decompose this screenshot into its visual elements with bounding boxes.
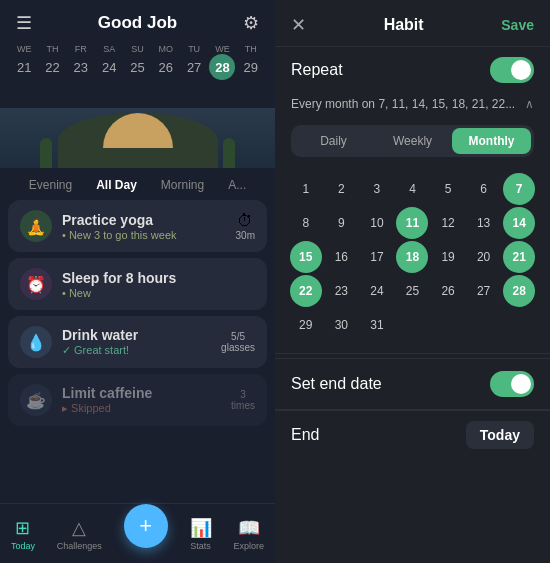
week-day-num: 24 bbox=[96, 54, 122, 80]
habit-item-water[interactable]: 💧 Drink water ✓ Great start! 5/5glasses bbox=[8, 316, 267, 368]
calendar-cell[interactable]: 4 bbox=[396, 173, 428, 205]
nav-explore[interactable]: 📖 Explore bbox=[234, 517, 265, 551]
landscape-illustration bbox=[0, 88, 275, 168]
settings-icon[interactable]: ⚙ bbox=[243, 12, 259, 34]
week-day[interactable]: SA 24 bbox=[95, 44, 123, 80]
calendar-cell-empty[interactable] bbox=[432, 309, 464, 341]
calendar-cell[interactable]: 2 bbox=[325, 173, 357, 205]
nav-explore-label: Explore bbox=[234, 541, 265, 551]
calendar-cell[interactable]: 14 bbox=[503, 207, 535, 239]
calendar-row: 293031 bbox=[289, 309, 536, 341]
calendar-cell[interactable]: 10 bbox=[361, 207, 393, 239]
calendar-row: 22232425262728 bbox=[289, 275, 536, 307]
tab-daily[interactable]: Daily bbox=[294, 128, 373, 154]
calendar-cell[interactable]: 8 bbox=[290, 207, 322, 239]
habit-icon-caffeine: ☕ bbox=[20, 384, 52, 416]
habit-icon-water: 💧 bbox=[20, 326, 52, 358]
nav-challenges[interactable]: △ Challenges bbox=[57, 517, 102, 551]
week-day[interactable]: WE 21 bbox=[10, 44, 38, 80]
nav-today-label: Today bbox=[11, 541, 35, 551]
menu-icon[interactable]: ☰ bbox=[16, 12, 32, 34]
right-header: ✕ Habit Save bbox=[275, 0, 550, 46]
week-day[interactable]: SU 25 bbox=[123, 44, 151, 80]
filter-evening[interactable]: Evening bbox=[23, 176, 78, 194]
chevron-up-icon: ∧ bbox=[525, 97, 534, 111]
calendar-cell[interactable]: 18 bbox=[396, 241, 428, 273]
week-day-label: TH bbox=[245, 44, 257, 54]
calendar-cell[interactable]: 12 bbox=[432, 207, 464, 239]
calendar-cell[interactable]: 29 bbox=[290, 309, 322, 341]
week-day-num: 28 bbox=[209, 54, 235, 80]
repeat-summary: Every month on 7, 11, 14, 15, 18, 21, 22… bbox=[291, 97, 515, 111]
calendar-cell-empty[interactable] bbox=[503, 309, 535, 341]
week-day-num: 22 bbox=[39, 54, 65, 80]
week-day[interactable]: MO 26 bbox=[152, 44, 180, 80]
calendar-cell[interactable]: 3 bbox=[361, 173, 393, 205]
explore-icon: 📖 bbox=[238, 517, 260, 539]
nav-today[interactable]: ⊞ Today bbox=[11, 517, 35, 551]
calendar-cell[interactable]: 26 bbox=[432, 275, 464, 307]
calendar-cell[interactable]: 9 bbox=[325, 207, 357, 239]
calendar-cell[interactable]: 15 bbox=[290, 241, 322, 273]
habit-icon-sleep: ⏰ bbox=[20, 268, 52, 300]
calendar-cell-empty[interactable] bbox=[468, 309, 500, 341]
habit-name-caffeine: Limit caffeine bbox=[62, 385, 221, 401]
week-day-num: 27 bbox=[181, 54, 207, 80]
close-button[interactable]: ✕ bbox=[291, 14, 306, 36]
end-value[interactable]: Today bbox=[466, 421, 534, 449]
add-habit-button[interactable]: + bbox=[124, 504, 168, 548]
calendar-cell[interactable]: 19 bbox=[432, 241, 464, 273]
habit-sub-water: ✓ Great start! bbox=[62, 344, 211, 357]
week-day[interactable]: WE 28 bbox=[208, 44, 236, 80]
filter-morning[interactable]: Morning bbox=[155, 176, 210, 194]
left-header: ☰ Good Job ⚙ bbox=[0, 0, 275, 40]
repeat-toggle[interactable] bbox=[490, 57, 534, 83]
tab-monthly[interactable]: Monthly bbox=[452, 128, 531, 154]
calendar-cell[interactable]: 27 bbox=[468, 275, 500, 307]
calendar-cell[interactable]: 20 bbox=[468, 241, 500, 273]
calendar-cell[interactable]: 16 bbox=[325, 241, 357, 273]
habit-sub-sleep: • New bbox=[62, 287, 255, 299]
week-day-num: 23 bbox=[68, 54, 94, 80]
calendar-cell[interactable]: 22 bbox=[290, 275, 322, 307]
calendar-cell[interactable]: 21 bbox=[503, 241, 535, 273]
calendar-cell[interactable]: 17 bbox=[361, 241, 393, 273]
week-day[interactable]: FR 23 bbox=[67, 44, 95, 80]
calendar-cell[interactable]: 13 bbox=[468, 207, 500, 239]
calendar-cell[interactable]: 28 bbox=[503, 275, 535, 307]
calendar-cell[interactable]: 24 bbox=[361, 275, 393, 307]
habit-badge-water: 5/5glasses bbox=[221, 331, 255, 353]
week-day[interactable]: TH 22 bbox=[38, 44, 66, 80]
nav-challenges-label: Challenges bbox=[57, 541, 102, 551]
end-row: End Today bbox=[275, 410, 550, 459]
week-day[interactable]: TU 27 bbox=[180, 44, 208, 80]
filter-allday[interactable]: All Day bbox=[90, 176, 143, 194]
habit-item-sleep[interactable]: ⏰ Sleep for 8 hours • New bbox=[8, 258, 267, 310]
calendar-cell-empty[interactable] bbox=[396, 309, 428, 341]
calendar-cell[interactable]: 1 bbox=[290, 173, 322, 205]
week-day[interactable]: TH 29 bbox=[237, 44, 265, 80]
calendar-cell[interactable]: 25 bbox=[396, 275, 428, 307]
calendar-cell[interactable]: 30 bbox=[325, 309, 357, 341]
save-button[interactable]: Save bbox=[501, 17, 534, 33]
end-date-toggle[interactable] bbox=[490, 371, 534, 397]
month-calendar: 1234567891011121314151617181920212223242… bbox=[275, 169, 550, 353]
calendar-cell[interactable]: 5 bbox=[432, 173, 464, 205]
habit-sub-yoga: • New 3 to go this week bbox=[62, 229, 226, 241]
calendar-cell[interactable]: 23 bbox=[325, 275, 357, 307]
tab-weekly[interactable]: Weekly bbox=[373, 128, 452, 154]
filter-more[interactable]: A... bbox=[222, 176, 252, 194]
calendar-cell[interactable]: 11 bbox=[396, 207, 428, 239]
habit-item[interactable]: 🧘 Practice yoga • New 3 to go this week … bbox=[8, 200, 267, 252]
divider-end-date bbox=[275, 353, 550, 354]
calendar-cell[interactable]: 6 bbox=[468, 173, 500, 205]
nav-stats[interactable]: 📊 Stats bbox=[190, 517, 212, 551]
habit-item-caffeine[interactable]: ☕ Limit caffeine ▸ Skipped 3times bbox=[8, 374, 267, 426]
calendar-cell[interactable]: 31 bbox=[361, 309, 393, 341]
calendar-cell[interactable]: 7 bbox=[503, 173, 535, 205]
app-title: Good Job bbox=[98, 13, 177, 33]
habit-name-sleep: Sleep for 8 hours bbox=[62, 270, 255, 286]
habit-info-water: Drink water ✓ Great start! bbox=[62, 327, 211, 357]
habit-badge-caffeine: 3times bbox=[231, 389, 255, 411]
panel-title: Habit bbox=[384, 16, 424, 34]
